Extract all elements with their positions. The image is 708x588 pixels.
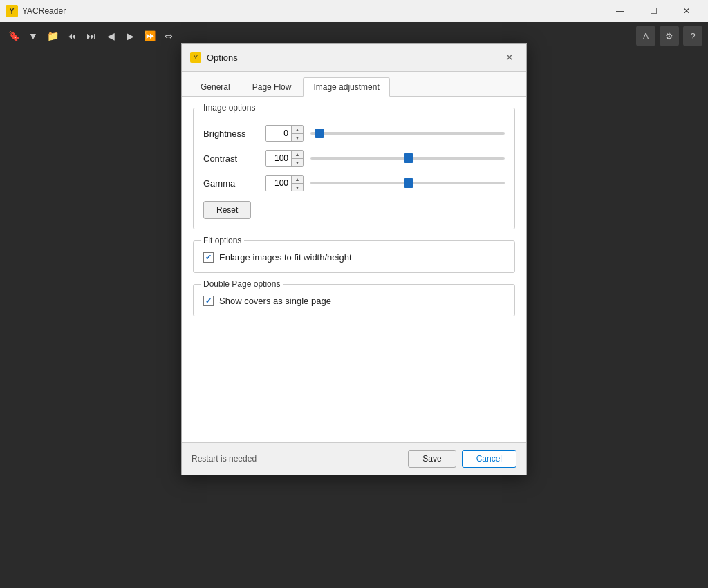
contrast-row: Contrast ▲ ▼ [203, 150, 505, 167]
dialog-title: Options [207, 53, 496, 63]
dialog-overlay: Y Options ✕ General Page Flow Image adju… [0, 22, 708, 588]
gamma-spinner[interactable]: ▲ ▼ [266, 175, 304, 191]
image-options-group: Image options Brightness ▲ ▼ [193, 108, 515, 229]
gamma-row: Gamma ▲ ▼ [203, 175, 505, 191]
dialog-close-button[interactable]: ✕ [501, 49, 518, 66]
enlarge-images-row: ✔ Enlarge images to fit width/height [203, 252, 505, 263]
dialog-body: Image options Brightness ▲ ▼ [182, 97, 526, 442]
brightness-down[interactable]: ▼ [292, 133, 303, 141]
brightness-row: Brightness ▲ ▼ [203, 125, 505, 142]
cancel-button[interactable]: Cancel [462, 450, 516, 468]
restart-note: Restart is needed [192, 454, 257, 464]
contrast-spinner[interactable]: ▲ ▼ [266, 150, 304, 167]
app-title: YACReader [22, 6, 600, 16]
brightness-up[interactable]: ▲ [292, 126, 303, 133]
app-close-button[interactable]: ✕ [671, 0, 702, 22]
gamma-slider-container[interactable] [310, 176, 505, 190]
dialog-titlebar: Y Options ✕ [182, 44, 526, 72]
brightness-thumb[interactable] [315, 129, 324, 138]
double-page-options-group: Double Page options ✔ Show covers as sin… [193, 284, 515, 316]
show-covers-label: Show covers as single page [219, 296, 331, 306]
enlarge-images-label: Enlarge images to fit width/height [219, 252, 352, 263]
contrast-arrows: ▲ ▼ [291, 151, 303, 166]
dialog-tabs: General Page Flow Image adjustment [182, 72, 526, 97]
tab-pageflow[interactable]: Page Flow [242, 77, 302, 96]
gamma-input[interactable] [266, 176, 291, 191]
app-titlebar: Y YACReader — ☐ ✕ [0, 0, 708, 22]
options-dialog: Y Options ✕ General Page Flow Image adju… [181, 43, 527, 475]
maximize-button[interactable]: ☐ [637, 0, 669, 22]
show-covers-row: ✔ Show covers as single page [203, 296, 505, 306]
gamma-up[interactable]: ▲ [292, 176, 303, 183]
tab-general[interactable]: General [190, 77, 241, 96]
gamma-down[interactable]: ▼ [292, 183, 303, 191]
contrast-input[interactable] [266, 151, 291, 166]
gamma-thumb[interactable] [404, 178, 413, 188]
tab-imageadjustment[interactable]: Image adjustment [303, 77, 389, 97]
brightness-input[interactable] [266, 126, 291, 141]
minimize-button[interactable]: — [604, 0, 636, 22]
double-page-options-label: Double Page options [201, 279, 283, 289]
contrast-track [310, 157, 505, 160]
contrast-down[interactable]: ▼ [292, 158, 303, 166]
brightness-label: Brightness [203, 129, 259, 139]
brightness-arrows: ▲ ▼ [291, 126, 303, 141]
brightness-spinner[interactable]: ▲ ▼ [266, 125, 304, 142]
contrast-thumb[interactable] [404, 153, 413, 163]
brightness-track [310, 132, 505, 135]
dialog-icon: Y [190, 52, 201, 63]
gamma-label: Gamma [203, 178, 259, 189]
save-button[interactable]: Save [408, 450, 456, 468]
titlebar-controls: — ☐ ✕ [604, 0, 702, 22]
contrast-label: Contrast [203, 153, 259, 164]
fit-options-label: Fit options [201, 236, 244, 245]
app-icon: Y [6, 5, 18, 17]
show-covers-checkbox[interactable]: ✔ [203, 296, 214, 306]
gamma-track [310, 182, 505, 184]
fit-options-group: Fit options ✔ Enlarge images to fit widt… [193, 240, 515, 273]
contrast-up[interactable]: ▲ [292, 151, 303, 158]
enlarge-images-checkbox[interactable]: ✔ [203, 252, 214, 263]
gamma-arrows: ▲ ▼ [291, 176, 303, 191]
brightness-slider-container[interactable] [310, 126, 505, 140]
image-options-label: Image options [201, 103, 258, 113]
reset-button[interactable]: Reset [203, 201, 251, 219]
dialog-footer: Restart is needed Save Cancel [182, 442, 526, 475]
contrast-slider-container[interactable] [310, 151, 505, 165]
